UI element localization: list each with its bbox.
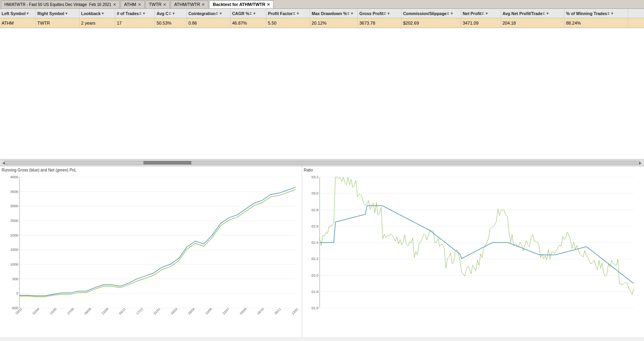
header-gross-profit[interactable]: Gross Profit Σ▼ xyxy=(358,9,402,18)
sigma-icon: Σ xyxy=(293,12,295,15)
sort-icon: ▼ xyxy=(253,12,256,15)
cell-net-profit: 3471.09 xyxy=(461,18,501,27)
header-profit-factor[interactable]: Profit Factor Σ▼ xyxy=(266,9,310,18)
header-cagr[interactable]: CAGR % Σ▼ xyxy=(231,9,266,18)
pnl-chart: Running Gross (blue) and Net (green) PnL xyxy=(0,166,302,337)
cell-pct-winning: 88.24% xyxy=(564,18,628,27)
table-row[interactable]: ATHM TWTR 2 years 17 50.53% 0.86 46.87% … xyxy=(0,18,644,28)
sort-icon: ▼ xyxy=(485,12,489,15)
sort-icon: ▼ xyxy=(387,12,390,15)
horizontal-scrollbar[interactable]: ◄ ► xyxy=(0,159,644,166)
table-header: Left Symbol ▼ Right Symbol ▼ Lookback ▼ … xyxy=(0,9,644,18)
sort-icon: ▼ xyxy=(450,12,454,15)
scrollbar-thumb[interactable] xyxy=(144,161,191,164)
sort-icon: ▼ xyxy=(296,12,300,15)
sort-icon: ▼ xyxy=(219,12,223,15)
pnl-chart-title: Running Gross (blue) and Net (green) PnL xyxy=(2,168,300,172)
cell-max-drawdown: 20.12% xyxy=(310,18,358,27)
pnl-chart-canvas xyxy=(2,173,300,332)
data-table: Left Symbol ▼ Right Symbol ▼ Lookback ▼ … xyxy=(0,9,644,28)
cell-left-symbol: ATHM xyxy=(0,18,36,27)
sigma-icon: Σ xyxy=(139,12,141,15)
sort-icon: ▼ xyxy=(101,12,105,15)
sort-icon: ▼ xyxy=(611,12,614,15)
tab-label: Backtest for ATHM/TWTR xyxy=(213,2,265,7)
close-icon[interactable]: ✕ xyxy=(202,2,205,7)
tab-bar: HM/ATWTR - Fast 50 US Equities Dec Vinta… xyxy=(0,0,644,9)
tab-athm[interactable]: ATHM ✕ xyxy=(120,0,144,8)
close-icon[interactable]: ✕ xyxy=(267,2,270,7)
scroll-left-arrow[interactable]: ◄ xyxy=(2,161,6,165)
cell-lookback: 2 years xyxy=(80,18,115,27)
header-trades[interactable]: # of Trades Σ▼ xyxy=(115,9,155,18)
ratio-chart: Ratio xyxy=(302,166,644,337)
header-avg-net-profit[interactable]: Avg Net Profit/Trade Σ▼ xyxy=(501,9,564,18)
scroll-right-arrow[interactable]: ► xyxy=(638,161,642,165)
tab-label: ATHM xyxy=(124,2,136,7)
header-pct-winning[interactable]: % of Winning Trades Σ▼ xyxy=(564,9,628,18)
header-commission[interactable]: Commission/Slippage Σ▼ xyxy=(402,9,461,18)
header-avgc[interactable]: Avg C Σ▼ xyxy=(155,9,187,18)
ratio-chart-title: Ratio xyxy=(304,168,642,172)
close-icon[interactable]: ✕ xyxy=(138,2,141,7)
close-icon[interactable]: ✕ xyxy=(163,2,166,7)
content-area xyxy=(0,28,644,159)
header-max-drawdown[interactable]: Max Drawdown % Σ▼ xyxy=(310,9,358,18)
sort-icon: ▼ xyxy=(142,12,146,15)
sigma-icon: Σ xyxy=(384,12,386,15)
cell-cointegration: 0.86 xyxy=(187,18,231,27)
cell-gross-profit: 3673.78 xyxy=(358,18,402,27)
cell-cagr: 46.87% xyxy=(231,18,266,27)
cell-trades: 17 xyxy=(115,18,155,27)
sigma-icon: Σ xyxy=(169,12,171,15)
sigma-icon: Σ xyxy=(607,12,609,15)
scrollbar-track xyxy=(4,161,640,165)
header-right-symbol[interactable]: Right Symbol ▼ xyxy=(36,9,80,18)
tab-athm-twtr[interactable]: ATHM/TWTR ✕ xyxy=(171,0,208,8)
tab-twtr[interactable]: TWTR ✕ xyxy=(145,0,170,8)
header-lookback[interactable]: Lookback ▼ xyxy=(80,9,115,18)
sigma-icon: Σ xyxy=(543,12,545,15)
header-cointegration[interactable]: Cointegration Σ▼ xyxy=(187,9,231,18)
tab-hm-atwtr[interactable]: HM/ATWTR - Fast 50 US Equities Dec Vinta… xyxy=(1,0,120,8)
sigma-icon: Σ xyxy=(482,12,484,15)
cell-commission: $202.69 xyxy=(402,18,461,27)
tab-label: TWTR xyxy=(149,2,162,7)
close-icon[interactable]: ✕ xyxy=(113,2,116,7)
cell-avgc: 50.53% xyxy=(155,18,187,27)
sigma-icon: Σ xyxy=(447,12,449,15)
tab-backtest-athm-twtr[interactable]: Backtest for ATHM/TWTR ✕ xyxy=(209,0,274,8)
header-net-profit[interactable]: Net Profit Σ▼ xyxy=(461,9,501,18)
ratio-chart-canvas xyxy=(304,173,638,332)
sort-icon: ▼ xyxy=(350,12,354,15)
cell-avg-net-profit: 204.18 xyxy=(501,18,564,27)
header-left-symbol[interactable]: Left Symbol ▼ xyxy=(0,9,36,18)
tab-label: ATHM/TWTR xyxy=(174,2,200,7)
sigma-icon: Σ xyxy=(347,12,349,15)
sort-icon: ▼ xyxy=(172,12,175,15)
tab-label: HM/ATWTR - Fast 50 US Equities Dec Vinta… xyxy=(4,2,111,7)
sort-icon: ▼ xyxy=(546,12,549,15)
sigma-icon: Σ xyxy=(216,12,218,15)
sort-icon: ▼ xyxy=(26,12,29,15)
sigma-icon: Σ xyxy=(250,12,252,15)
cell-profit-factor: 5.50 xyxy=(266,18,310,27)
charts-section: Running Gross (blue) and Net (green) PnL… xyxy=(0,166,644,337)
cell-right-symbol: TWTR xyxy=(36,18,80,27)
sort-icon: ▼ xyxy=(65,12,68,15)
